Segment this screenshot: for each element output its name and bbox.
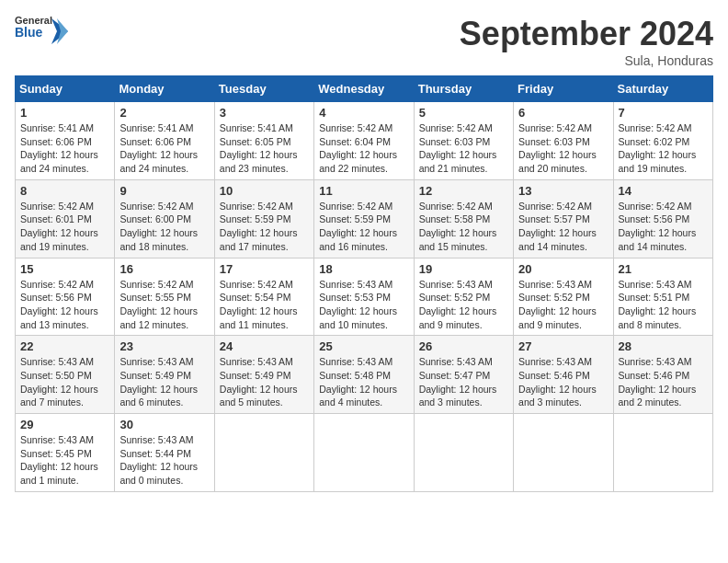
calendar-cell: 28Sunrise: 5:43 AM Sunset: 5:46 PM Dayli…: [613, 336, 712, 414]
day-number: 18: [319, 262, 408, 276]
day-number: 2: [119, 106, 209, 120]
subtitle: Sula, Honduras: [460, 53, 713, 68]
day-info: Sunrise: 5:42 AM Sunset: 5:56 PM Dayligh…: [20, 278, 109, 332]
calendar-cell: 21Sunrise: 5:43 AM Sunset: 5:51 PM Dayli…: [613, 258, 712, 336]
day-info: Sunrise: 5:42 AM Sunset: 5:54 PM Dayligh…: [220, 278, 309, 332]
calendar-table: SundayMondayTuesdayWednesdayThursdayFrid…: [15, 75, 713, 492]
calendar-cell: 20Sunrise: 5:43 AM Sunset: 5:52 PM Dayli…: [514, 258, 613, 336]
calendar-cell: 15Sunrise: 5:42 AM Sunset: 5:56 PM Dayli…: [16, 258, 115, 336]
calendar-cell: [214, 414, 313, 492]
day-info: Sunrise: 5:42 AM Sunset: 5:59 PM Dayligh…: [220, 200, 309, 254]
calendar-cell: 9Sunrise: 5:42 AM Sunset: 6:00 PM Daylig…: [115, 179, 214, 258]
weekday-header-wednesday: Wednesday: [314, 76, 414, 102]
calendar-week-row: 1Sunrise: 5:41 AM Sunset: 6:06 PM Daylig…: [16, 102, 713, 180]
calendar-cell: 24Sunrise: 5:43 AM Sunset: 5:49 PM Dayli…: [214, 336, 313, 414]
calendar-cell: 17Sunrise: 5:42 AM Sunset: 5:54 PM Dayli…: [214, 258, 313, 336]
day-number: 25: [319, 339, 408, 353]
calendar-cell: 23Sunrise: 5:43 AM Sunset: 5:49 PM Dayli…: [115, 336, 214, 414]
day-number: 3: [220, 106, 309, 120]
calendar-cell: 29Sunrise: 5:43 AM Sunset: 5:45 PM Dayli…: [16, 414, 115, 492]
calendar-cell: 12Sunrise: 5:42 AM Sunset: 5:58 PM Dayli…: [414, 179, 513, 258]
day-number: 5: [419, 106, 508, 120]
day-info: Sunrise: 5:42 AM Sunset: 6:00 PM Dayligh…: [119, 200, 209, 254]
calendar-cell: 8Sunrise: 5:42 AM Sunset: 6:01 PM Daylig…: [16, 179, 115, 258]
day-info: Sunrise: 5:42 AM Sunset: 6:04 PM Dayligh…: [319, 121, 408, 176]
day-number: 15: [20, 262, 109, 276]
calendar-cell: 6Sunrise: 5:42 AM Sunset: 6:03 PM Daylig…: [514, 102, 613, 180]
day-number: 12: [419, 184, 508, 198]
day-number: 28: [619, 339, 708, 353]
calendar-cell: 18Sunrise: 5:43 AM Sunset: 5:53 PM Dayli…: [314, 258, 414, 336]
day-info: Sunrise: 5:43 AM Sunset: 5:46 PM Dayligh…: [518, 355, 608, 409]
weekday-header-thursday: Thursday: [414, 76, 513, 102]
month-title: September 2024: [460, 15, 713, 53]
day-info: Sunrise: 5:41 AM Sunset: 6:05 PM Dayligh…: [220, 121, 309, 176]
weekday-header-tuesday: Tuesday: [214, 76, 313, 102]
day-number: 24: [220, 339, 309, 353]
day-info: Sunrise: 5:43 AM Sunset: 5:50 PM Dayligh…: [20, 355, 109, 409]
day-info: Sunrise: 5:43 AM Sunset: 5:53 PM Dayligh…: [319, 278, 408, 332]
calendar-cell: 7Sunrise: 5:42 AM Sunset: 6:02 PM Daylig…: [613, 102, 712, 180]
day-number: 30: [119, 418, 209, 431]
day-info: Sunrise: 5:42 AM Sunset: 5:59 PM Dayligh…: [319, 200, 408, 254]
day-number: 14: [619, 184, 708, 198]
calendar-week-row: 8Sunrise: 5:42 AM Sunset: 6:01 PM Daylig…: [16, 179, 713, 258]
day-number: 1: [20, 106, 109, 120]
calendar-cell: 25Sunrise: 5:43 AM Sunset: 5:48 PM Dayli…: [314, 336, 414, 414]
day-number: 29: [20, 418, 109, 431]
calendar-cell: 1Sunrise: 5:41 AM Sunset: 6:06 PM Daylig…: [16, 102, 115, 180]
calendar-week-row: 15Sunrise: 5:42 AM Sunset: 5:56 PM Dayli…: [16, 258, 713, 336]
weekday-header-sunday: Sunday: [16, 76, 115, 102]
day-number: 8: [20, 184, 109, 198]
day-number: 7: [619, 106, 708, 120]
title-area: September 2024 Sula, Honduras: [460, 15, 713, 68]
calendar-cell: 22Sunrise: 5:43 AM Sunset: 5:50 PM Dayli…: [16, 336, 115, 414]
day-info: Sunrise: 5:43 AM Sunset: 5:52 PM Dayligh…: [419, 278, 508, 332]
calendar-cell: 3Sunrise: 5:41 AM Sunset: 6:05 PM Daylig…: [214, 102, 313, 180]
calendar-cell: [514, 414, 613, 492]
calendar-cell: 13Sunrise: 5:42 AM Sunset: 5:57 PM Dayli…: [514, 179, 613, 258]
day-number: 6: [518, 106, 608, 120]
day-number: 27: [518, 339, 608, 353]
day-info: Sunrise: 5:42 AM Sunset: 5:55 PM Dayligh…: [119, 278, 209, 332]
day-info: Sunrise: 5:43 AM Sunset: 5:45 PM Dayligh…: [20, 433, 109, 488]
logo-chevron-icon: [51, 18, 68, 44]
calendar-cell: 30Sunrise: 5:43 AM Sunset: 5:44 PM Dayli…: [115, 414, 214, 492]
day-info: Sunrise: 5:41 AM Sunset: 6:06 PM Dayligh…: [20, 121, 109, 176]
calendar-cell: [613, 414, 712, 492]
calendar-cell: 27Sunrise: 5:43 AM Sunset: 5:46 PM Dayli…: [514, 336, 613, 414]
day-info: Sunrise: 5:43 AM Sunset: 5:48 PM Dayligh…: [319, 355, 408, 409]
day-info: Sunrise: 5:43 AM Sunset: 5:49 PM Dayligh…: [119, 355, 209, 409]
calendar-header-row: SundayMondayTuesdayWednesdayThursdayFrid…: [16, 76, 713, 102]
header: General Blue September 2024 Sula, Hondur…: [15, 15, 713, 68]
weekday-header-monday: Monday: [115, 76, 214, 102]
day-info: Sunrise: 5:41 AM Sunset: 6:06 PM Dayligh…: [119, 121, 209, 176]
calendar-cell: 14Sunrise: 5:42 AM Sunset: 5:56 PM Dayli…: [613, 179, 712, 258]
calendar-cell: [414, 414, 513, 492]
calendar-cell: 5Sunrise: 5:42 AM Sunset: 6:03 PM Daylig…: [414, 102, 513, 180]
calendar-cell: 4Sunrise: 5:42 AM Sunset: 6:04 PM Daylig…: [314, 102, 414, 180]
day-info: Sunrise: 5:43 AM Sunset: 5:44 PM Dayligh…: [119, 433, 209, 488]
calendar-week-row: 22Sunrise: 5:43 AM Sunset: 5:50 PM Dayli…: [16, 336, 713, 414]
calendar-cell: 16Sunrise: 5:42 AM Sunset: 5:55 PM Dayli…: [115, 258, 214, 336]
day-number: 19: [419, 262, 508, 276]
day-number: 26: [419, 339, 508, 353]
day-number: 9: [119, 184, 209, 198]
calendar-cell: 19Sunrise: 5:43 AM Sunset: 5:52 PM Dayli…: [414, 258, 513, 336]
day-number: 20: [518, 262, 608, 276]
weekday-header-saturday: Saturday: [613, 76, 712, 102]
day-info: Sunrise: 5:42 AM Sunset: 6:03 PM Dayligh…: [518, 121, 608, 176]
day-info: Sunrise: 5:42 AM Sunset: 5:57 PM Dayligh…: [518, 200, 608, 254]
day-info: Sunrise: 5:42 AM Sunset: 6:02 PM Dayligh…: [619, 121, 708, 176]
day-info: Sunrise: 5:42 AM Sunset: 6:03 PM Dayligh…: [419, 121, 508, 176]
calendar-cell: 26Sunrise: 5:43 AM Sunset: 5:47 PM Dayli…: [414, 336, 513, 414]
calendar-cell: 2Sunrise: 5:41 AM Sunset: 6:06 PM Daylig…: [115, 102, 214, 180]
day-info: Sunrise: 5:43 AM Sunset: 5:52 PM Dayligh…: [518, 278, 608, 332]
calendar-cell: 11Sunrise: 5:42 AM Sunset: 5:59 PM Dayli…: [314, 179, 414, 258]
day-info: Sunrise: 5:43 AM Sunset: 5:51 PM Dayligh…: [619, 278, 708, 332]
day-number: 17: [220, 262, 309, 276]
day-info: Sunrise: 5:42 AM Sunset: 6:01 PM Dayligh…: [20, 200, 109, 254]
day-info: Sunrise: 5:42 AM Sunset: 5:58 PM Dayligh…: [419, 200, 508, 254]
day-number: 23: [119, 339, 209, 353]
weekday-header-friday: Friday: [514, 76, 613, 102]
